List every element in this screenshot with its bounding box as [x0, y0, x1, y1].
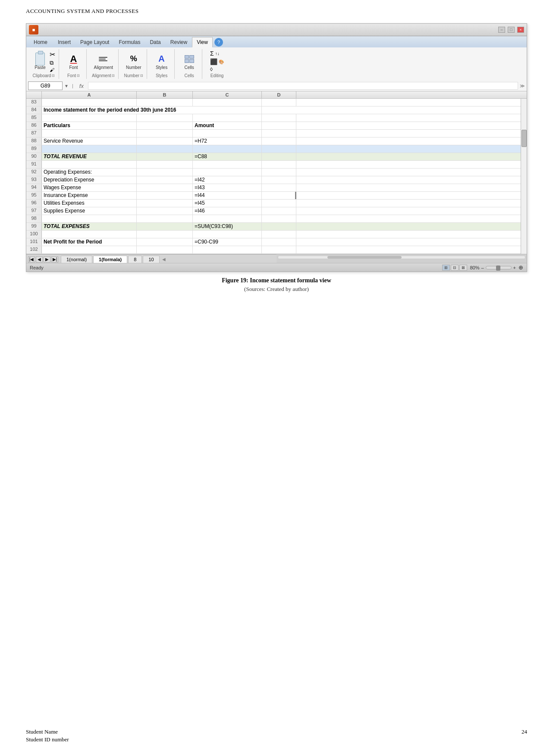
name-box[interactable] [28, 81, 63, 90]
cell-86-d[interactable] [262, 122, 296, 129]
cell-99-c[interactable]: =SUM(C93:C98) [193, 223, 262, 230]
cell-102-d[interactable] [262, 246, 296, 253]
cell-83-c[interactable] [193, 99, 262, 106]
minimize-button[interactable]: – [498, 27, 505, 33]
cells-button[interactable]: Cells [182, 52, 197, 71]
zoom-plus-btn[interactable]: + [513, 265, 516, 270]
cell-83-b[interactable] [137, 99, 193, 106]
cell-91-d[interactable] [262, 161, 296, 168]
cell-89-a[interactable] [42, 145, 137, 153]
sheet-tab-8[interactable]: 8 [128, 256, 142, 263]
cell-85-c[interactable] [193, 114, 262, 122]
page-break-view-btn[interactable]: ⊠ [459, 265, 467, 271]
alignment-button[interactable]: Alignment [92, 52, 115, 71]
cell-96-a[interactable]: Utilities Expenses [42, 200, 137, 207]
cell-89-d[interactable] [262, 145, 296, 153]
cell-84-a[interactable]: Income statement for the period ended 30… [42, 106, 262, 114]
name-box-dropdown[interactable]: ▼ [64, 84, 69, 88]
cell-90-a[interactable]: TOTAL REVENUE [42, 153, 137, 160]
cell-92-d[interactable] [262, 169, 296, 176]
col-header-c[interactable]: C [193, 91, 262, 98]
font-button[interactable]: A Font [66, 52, 82, 71]
office-button[interactable]: ■ [29, 25, 38, 34]
tab-page-layout[interactable]: Page Layout [75, 37, 114, 47]
vertical-scrollbar[interactable] [521, 99, 527, 254]
cell-93-c[interactable]: =I42 [193, 176, 262, 184]
font-expand-icon[interactable]: ⊡ [77, 74, 80, 78]
cell-89-c[interactable] [193, 145, 262, 153]
cell-88-d[interactable] [262, 137, 296, 145]
cell-97-b[interactable] [137, 207, 193, 215]
sheet-tab-10[interactable]: 10 [143, 256, 159, 263]
cell-98-c[interactable] [193, 215, 262, 222]
cell-86-c[interactable]: Amount [193, 122, 262, 129]
cell-90-d[interactable] [262, 153, 296, 160]
cell-88-b[interactable] [137, 137, 193, 145]
cell-85-d[interactable] [262, 114, 296, 122]
sheet-tab-1normal[interactable]: 1(normal) [61, 256, 92, 263]
cell-101-d[interactable] [262, 238, 296, 246]
cell-96-d[interactable] [262, 200, 296, 207]
cell-96-c[interactable]: =I45 [193, 200, 262, 207]
cell-91-b[interactable] [137, 161, 193, 168]
cell-88-c[interactable]: =H72 [193, 137, 262, 145]
sheet-nav-last[interactable]: ▶| [51, 256, 58, 262]
cell-89-b[interactable] [137, 145, 193, 153]
copy-button[interactable]: ⧉ [50, 59, 55, 66]
sheet-tab-1formala[interactable]: 1(formala) [93, 256, 127, 263]
cell-96-b[interactable] [137, 200, 193, 207]
cell-88-a[interactable]: Service Revenue [42, 137, 137, 145]
cell-94-c[interactable]: =I43 [193, 184, 262, 191]
cell-87-b[interactable] [137, 130, 193, 137]
normal-view-btn[interactable]: ⊞ [442, 265, 450, 271]
cell-83-d[interactable] [262, 99, 296, 106]
sheet-nav-prev[interactable]: ◀ [36, 256, 43, 262]
cell-97-a[interactable]: Supplies Expense [42, 207, 137, 215]
zoom-expand-icon[interactable]: ⊕ [518, 264, 523, 271]
cell-87-c[interactable] [193, 130, 262, 137]
cell-101-b[interactable] [137, 238, 193, 246]
help-button[interactable]: ? [214, 38, 223, 47]
cell-95-d[interactable] [262, 192, 296, 199]
cell-100-d[interactable] [262, 231, 296, 238]
cell-93-b[interactable] [137, 176, 193, 184]
scrollbar-thumb[interactable] [522, 130, 527, 147]
paste-button[interactable]: Paste [32, 52, 48, 71]
tab-view[interactable]: View [192, 37, 213, 47]
fill-button[interactable]: ⬛ 🎨 [210, 58, 224, 65]
cell-87-a[interactable] [42, 130, 137, 137]
cell-99-b[interactable] [137, 223, 193, 230]
cell-102-c[interactable] [193, 246, 262, 253]
cell-85-a[interactable] [42, 114, 137, 122]
close-button[interactable]: × [517, 27, 524, 33]
tab-data[interactable]: Data [145, 37, 165, 47]
cell-101-a[interactable]: Net Profit for the Period [42, 238, 137, 246]
page-layout-view-btn[interactable]: ⊟ [451, 265, 459, 271]
cell-90-b[interactable] [137, 153, 193, 160]
cell-87-d[interactable] [262, 130, 296, 137]
tab-formulas[interactable]: Formulas [114, 37, 145, 47]
cell-97-d[interactable] [262, 207, 296, 215]
cell-98-b[interactable] [137, 215, 193, 222]
cell-102-a[interactable] [42, 246, 137, 253]
cell-100-c[interactable] [193, 231, 262, 238]
cell-83-a[interactable] [42, 99, 137, 106]
cell-94-b[interactable] [137, 184, 193, 191]
cell-91-c[interactable] [193, 161, 262, 168]
cell-94-d[interactable] [262, 184, 296, 191]
styles-button[interactable]: A Styles [154, 52, 170, 71]
horizontal-scrollbar[interactable] [278, 256, 525, 259]
cell-93-d[interactable] [262, 176, 296, 184]
zoom-minus-btn[interactable]: – [481, 265, 484, 270]
cell-97-c[interactable]: =I46 [193, 207, 262, 215]
formula-input[interactable] [88, 82, 518, 90]
cell-92-a[interactable]: Operating Expenses: [42, 169, 137, 176]
cell-99-a[interactable]: TOTAL EXPENSES [42, 223, 137, 230]
cell-95-b[interactable] [137, 192, 193, 199]
cell-92-c[interactable] [193, 169, 262, 176]
cell-86-b[interactable] [137, 122, 193, 129]
cell-95-a[interactable]: Insurance Expense [42, 192, 137, 199]
cell-90-c[interactable]: =C88 [193, 153, 262, 160]
cell-86-a[interactable]: Particulars [42, 122, 137, 129]
cell-98-a[interactable] [42, 215, 137, 222]
